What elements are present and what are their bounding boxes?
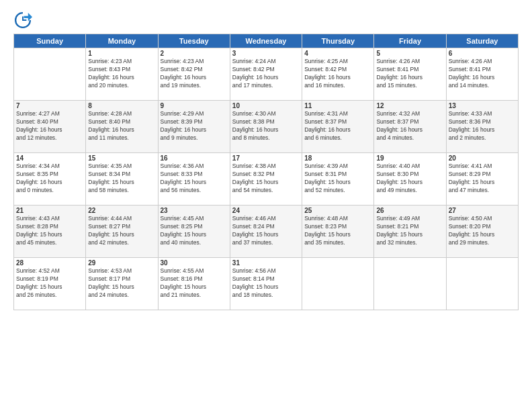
calendar-cell: 9Sunrise: 4:29 AM Sunset: 8:39 PM Daylig…: [158, 101, 230, 153]
calendar-cell: 16Sunrise: 4:36 AM Sunset: 8:33 PM Dayli…: [158, 153, 230, 205]
calendar-cell: 23Sunrise: 4:45 AM Sunset: 8:25 PM Dayli…: [158, 205, 230, 258]
day-number: 1: [88, 50, 155, 57]
cell-content: Sunrise: 4:39 AM Sunset: 8:31 PM Dayligh…: [304, 163, 371, 195]
week-row-3: 14Sunrise: 4:34 AM Sunset: 8:35 PM Dayli…: [14, 153, 519, 205]
day-number: 9: [161, 102, 228, 109]
cell-content: Sunrise: 4:44 AM Sunset: 8:27 PM Dayligh…: [88, 215, 155, 247]
cell-content: Sunrise: 4:38 AM Sunset: 8:32 PM Dayligh…: [232, 163, 300, 195]
day-number: 13: [449, 102, 516, 109]
cell-content: Sunrise: 4:45 AM Sunset: 8:25 PM Dayligh…: [161, 215, 228, 247]
day-number: 16: [161, 154, 228, 162]
calendar-table: SundayMondayTuesdayWednesdayThursdayFrid…: [13, 34, 519, 310]
calendar-cell: [446, 258, 518, 310]
day-number: 30: [161, 259, 228, 267]
week-row-2: 7Sunrise: 4:27 AM Sunset: 8:40 PM Daylig…: [14, 101, 519, 153]
day-number: 5: [376, 50, 443, 57]
cell-content: Sunrise: 4:32 AM Sunset: 8:37 PM Dayligh…: [376, 110, 443, 142]
calendar-cell: 14Sunrise: 4:34 AM Sunset: 8:35 PM Dayli…: [14, 153, 86, 205]
day-header-friday: Friday: [374, 34, 446, 48]
calendar-cell: 2Sunrise: 4:23 AM Sunset: 8:42 PM Daylig…: [158, 48, 230, 101]
day-number: 19: [376, 154, 443, 162]
calendar-cell: 5Sunrise: 4:26 AM Sunset: 8:41 PM Daylig…: [374, 48, 446, 101]
calendar-cell: 8Sunrise: 4:28 AM Sunset: 8:40 PM Daylig…: [86, 101, 158, 153]
cell-content: Sunrise: 4:41 AM Sunset: 8:29 PM Dayligh…: [449, 163, 516, 195]
calendar-cell: [374, 258, 446, 310]
calendar-cell: 26Sunrise: 4:49 AM Sunset: 8:21 PM Dayli…: [374, 205, 446, 258]
calendar-cell: 31Sunrise: 4:56 AM Sunset: 8:14 PM Dayli…: [230, 258, 302, 310]
day-number: 12: [376, 102, 443, 109]
week-row-5: 28Sunrise: 4:52 AM Sunset: 8:19 PM Dayli…: [14, 258, 519, 310]
logo-icon: [13, 11, 32, 30]
header: [13, 11, 519, 30]
day-number: 11: [304, 102, 371, 109]
cell-content: Sunrise: 4:53 AM Sunset: 8:17 PM Dayligh…: [88, 267, 155, 300]
calendar-cell: 29Sunrise: 4:53 AM Sunset: 8:17 PM Dayli…: [86, 258, 158, 310]
logo: [13, 11, 35, 30]
calendar-cell: 6Sunrise: 4:26 AM Sunset: 8:41 PM Daylig…: [446, 48, 518, 101]
day-number: 8: [88, 102, 155, 109]
cell-content: Sunrise: 4:40 AM Sunset: 8:30 PM Dayligh…: [376, 163, 443, 195]
calendar-cell: 11Sunrise: 4:31 AM Sunset: 8:37 PM Dayli…: [302, 101, 374, 153]
day-header-saturday: Saturday: [446, 34, 518, 48]
cell-content: Sunrise: 4:28 AM Sunset: 8:40 PM Dayligh…: [88, 110, 155, 142]
calendar-cell: 30Sunrise: 4:55 AM Sunset: 8:16 PM Dayli…: [158, 258, 230, 310]
day-number: 3: [232, 50, 300, 57]
calendar-cell: 13Sunrise: 4:33 AM Sunset: 8:36 PM Dayli…: [446, 101, 518, 153]
day-number: 24: [232, 207, 300, 214]
calendar-cell: 17Sunrise: 4:38 AM Sunset: 8:32 PM Dayli…: [230, 153, 302, 205]
day-header-sunday: Sunday: [14, 34, 86, 48]
calendar-cell: [302, 258, 374, 310]
week-row-4: 21Sunrise: 4:43 AM Sunset: 8:28 PM Dayli…: [14, 205, 519, 258]
day-header-monday: Monday: [86, 34, 158, 48]
calendar-cell: [14, 48, 86, 101]
cell-content: Sunrise: 4:48 AM Sunset: 8:23 PM Dayligh…: [304, 215, 371, 247]
cell-content: Sunrise: 4:49 AM Sunset: 8:21 PM Dayligh…: [376, 215, 443, 247]
day-number: 17: [232, 154, 300, 162]
cell-content: Sunrise: 4:31 AM Sunset: 8:37 PM Dayligh…: [304, 110, 371, 142]
calendar-cell: 12Sunrise: 4:32 AM Sunset: 8:37 PM Dayli…: [374, 101, 446, 153]
day-number: 26: [376, 207, 443, 214]
day-number: 7: [16, 102, 83, 109]
day-header-wednesday: Wednesday: [230, 34, 302, 48]
day-number: 21: [16, 207, 83, 214]
day-number: 18: [304, 154, 371, 162]
week-row-1: 1Sunrise: 4:23 AM Sunset: 8:43 PM Daylig…: [14, 48, 519, 101]
cell-content: Sunrise: 4:34 AM Sunset: 8:35 PM Dayligh…: [16, 163, 83, 195]
calendar-cell: 10Sunrise: 4:30 AM Sunset: 8:38 PM Dayli…: [230, 101, 302, 153]
day-number: 4: [304, 50, 371, 57]
calendar-cell: 24Sunrise: 4:46 AM Sunset: 8:24 PM Dayli…: [230, 205, 302, 258]
day-number: 27: [449, 207, 516, 214]
day-number: 6: [449, 50, 516, 57]
day-number: 22: [88, 207, 155, 214]
page: SundayMondayTuesdayWednesdayThursdayFrid…: [0, 0, 532, 411]
day-number: 15: [88, 154, 155, 162]
cell-content: Sunrise: 4:55 AM Sunset: 8:16 PM Dayligh…: [161, 267, 228, 300]
day-number: 31: [232, 259, 300, 267]
day-number: 29: [88, 259, 155, 267]
calendar-cell: 3Sunrise: 4:24 AM Sunset: 8:42 PM Daylig…: [230, 48, 302, 101]
calendar-cell: 4Sunrise: 4:25 AM Sunset: 8:42 PM Daylig…: [302, 48, 374, 101]
day-number: 25: [304, 207, 371, 214]
cell-content: Sunrise: 4:24 AM Sunset: 8:42 PM Dayligh…: [232, 58, 300, 90]
cell-content: Sunrise: 4:36 AM Sunset: 8:33 PM Dayligh…: [161, 163, 228, 195]
calendar-cell: 19Sunrise: 4:40 AM Sunset: 8:30 PM Dayli…: [374, 153, 446, 205]
calendar-cell: 28Sunrise: 4:52 AM Sunset: 8:19 PM Dayli…: [14, 258, 86, 310]
calendar-cell: 7Sunrise: 4:27 AM Sunset: 8:40 PM Daylig…: [14, 101, 86, 153]
day-header-thursday: Thursday: [302, 34, 374, 48]
day-number: 28: [16, 259, 83, 267]
cell-content: Sunrise: 4:33 AM Sunset: 8:36 PM Dayligh…: [449, 110, 516, 142]
cell-content: Sunrise: 4:46 AM Sunset: 8:24 PM Dayligh…: [232, 215, 300, 247]
calendar-cell: 20Sunrise: 4:41 AM Sunset: 8:29 PM Dayli…: [446, 153, 518, 205]
calendar-cell: 21Sunrise: 4:43 AM Sunset: 8:28 PM Dayli…: [14, 205, 86, 258]
cell-content: Sunrise: 4:29 AM Sunset: 8:39 PM Dayligh…: [161, 110, 228, 142]
calendar-cell: 15Sunrise: 4:35 AM Sunset: 8:34 PM Dayli…: [86, 153, 158, 205]
calendar-cell: 1Sunrise: 4:23 AM Sunset: 8:43 PM Daylig…: [86, 48, 158, 101]
calendar-cell: 25Sunrise: 4:48 AM Sunset: 8:23 PM Dayli…: [302, 205, 374, 258]
cell-content: Sunrise: 4:56 AM Sunset: 8:14 PM Dayligh…: [232, 267, 300, 300]
day-number: 10: [232, 102, 300, 109]
cell-content: Sunrise: 4:23 AM Sunset: 8:43 PM Dayligh…: [88, 58, 155, 90]
cell-content: Sunrise: 4:23 AM Sunset: 8:42 PM Dayligh…: [161, 58, 228, 90]
cell-content: Sunrise: 4:26 AM Sunset: 8:41 PM Dayligh…: [449, 58, 516, 90]
day-number: 23: [161, 207, 228, 214]
cell-content: Sunrise: 4:27 AM Sunset: 8:40 PM Dayligh…: [16, 110, 83, 142]
